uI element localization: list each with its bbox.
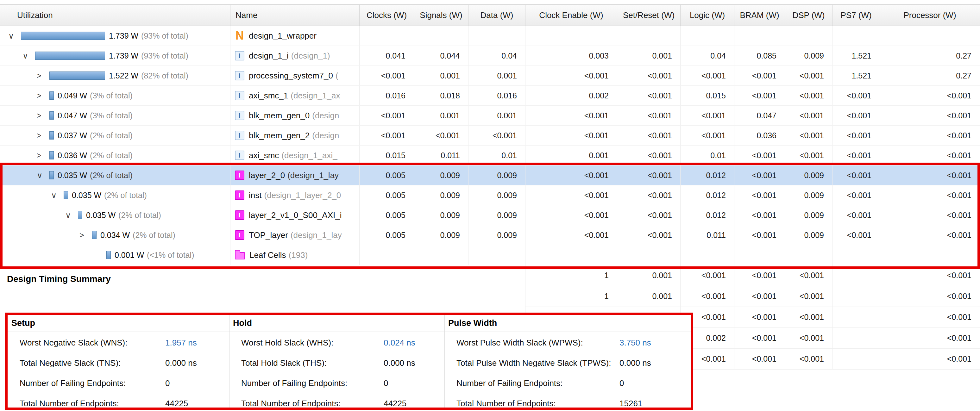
chevron-down-icon[interactable]: ∨ (22, 52, 35, 60)
table-row[interactable]: 0.001 W(<1% of total)Leaf Cells(193) (0, 245, 980, 265)
instance-name: axi_smc_1 (249, 91, 288, 101)
power-value-dsp: <0.001 (785, 86, 832, 105)
chevron-right-icon[interactable]: > (80, 231, 92, 239)
utilization-percent: (3% of total) (90, 91, 133, 100)
timing-metric-row: Worst Hold Slack (WHS):0.024 ns (241, 337, 415, 348)
utilization-cell: ∨0.035 W(2% of total) (0, 205, 231, 225)
power-value-proc: <0.001 (880, 286, 980, 307)
power-value-ce (525, 26, 617, 46)
power-value-signals: 0.001 (414, 66, 468, 86)
utilization-cell: ∨0.035 W(2% of total) (0, 186, 231, 205)
timing-metric-value[interactable]: 1.957 ns (165, 338, 197, 348)
power-value-ce: 0.001 (525, 146, 617, 165)
timing-metric-value: 44225 (383, 399, 406, 408)
power-value-data: 0.009 (468, 186, 525, 205)
column-header-name[interactable]: Name (231, 5, 360, 25)
table-row[interactable]: ∨0.035 W(2% of total)Ilayer_2_v1_0_S00_A… (0, 205, 980, 225)
chevron-down-icon[interactable]: ∨ (8, 32, 21, 40)
timing-metric-label: Total Number of Endpoints: (457, 399, 616, 408)
instance-name: blk_mem_gen_0 (249, 111, 310, 121)
table-row[interactable]: ∨1.739 W(93% of total)Idesign_1_i(design… (0, 46, 980, 66)
utilization-bar (49, 91, 54, 100)
table-row[interactable]: >0.047 W(3% of total)Iblk_mem_gen_0(desi… (0, 106, 980, 125)
instance-module-ref: (design_1_ax (291, 91, 340, 101)
utilization-percent: (2% of total) (133, 231, 175, 240)
power-value-sr: <0.001 (617, 125, 681, 145)
utilization-bar (49, 111, 54, 120)
name-cell: ITOP_layer(design_1_lay (231, 225, 360, 245)
table-row[interactable]: ∨0.035 W(2% of total)Iinst(design_1_laye… (0, 186, 980, 205)
column-header-ps7[interactable]: PS7 (W) (832, 5, 880, 25)
table-row[interactable]: >0.034 W(2% of total)ITOP_layer(design_1… (0, 225, 980, 245)
column-header-ce[interactable]: Clock Enable (W) (525, 5, 617, 25)
utilization-cell: >0.047 W(3% of total) (0, 106, 231, 125)
power-value-bram: 0.036 (734, 125, 785, 145)
instance-name: design_1_i (249, 51, 289, 61)
power-value-logic (681, 245, 734, 265)
instance-name: processing_system7_0 (249, 71, 333, 81)
chevron-right-icon[interactable]: > (37, 112, 49, 120)
name-cell: Leaf Cells(193) (231, 245, 360, 265)
column-header-logic[interactable]: Logic (W) (681, 5, 734, 25)
column-header-sr[interactable]: Set/Reset (W) (617, 5, 681, 25)
utilization-value: 0.001 W (115, 251, 144, 260)
utilization-value: 0.035 W (86, 211, 116, 220)
column-header-bram[interactable]: BRAM (W) (734, 5, 785, 25)
table-row[interactable]: >1.522 W(82% of total)Iprocessing_system… (0, 66, 980, 86)
chevron-right-icon[interactable]: > (37, 152, 49, 159)
power-value-sr: <0.001 (617, 186, 681, 205)
instance-name: Leaf Cells (250, 250, 286, 260)
instance-icon: I (235, 151, 244, 160)
power-value-bram: <0.001 (734, 265, 785, 286)
power-value-ce: <0.001 (525, 225, 617, 245)
timing-metric-value[interactable]: 0.024 ns (383, 338, 415, 348)
utilization-percent: (2% of total) (90, 171, 133, 180)
power-value-ps7 (832, 26, 880, 46)
power-value-ps7: 1.521 (832, 46, 880, 65)
chevron-down-icon[interactable]: ∨ (51, 191, 64, 199)
power-value-dsp: 0.009 (785, 165, 832, 185)
column-header-dsp[interactable]: DSP (W) (785, 5, 832, 25)
chevron-right-icon[interactable]: > (37, 132, 49, 140)
utilization-bar (49, 71, 105, 80)
column-header-signals[interactable]: Signals (W) (414, 5, 468, 25)
power-value-proc (880, 26, 980, 46)
table-row[interactable]: >0.036 W(2% of total)Iaxi_smc(design_1_a… (0, 146, 980, 165)
power-value-ps7: <0.001 (832, 125, 880, 145)
table-row[interactable]: >0.049 W(3% of total)Iaxi_smc_1(design_1… (0, 86, 980, 106)
chevron-right-icon[interactable]: > (37, 92, 49, 100)
column-header-proc[interactable]: Processor (W) (880, 5, 980, 25)
power-value-proc: <0.001 (880, 186, 980, 205)
power-value-logic: <0.001 (681, 125, 734, 145)
chevron-down-icon[interactable]: ∨ (37, 171, 49, 179)
netlist-module-icon: N (235, 31, 244, 41)
timing-metric-label: Total Negative Slack (TNS): (20, 358, 162, 368)
power-value-proc: <0.001 (880, 146, 980, 165)
power-value-sr (617, 245, 681, 265)
table-row: 10.001<0.001<0.001<0.001<0.001 (0, 265, 980, 286)
timing-metric-value[interactable]: 3.750 ns (619, 338, 651, 348)
timing-metric-label: Number of Failing Endpoints: (241, 378, 380, 388)
table-row[interactable]: >0.037 W(2% of total)Iblk_mem_gen_2(desi… (0, 125, 980, 146)
name-cell: Iinst(design_1_layer_2_0 (231, 186, 360, 205)
column-header-data[interactable]: Data (W) (468, 5, 525, 25)
power-value-clocks: 0.015 (360, 146, 414, 165)
utilization-percent: (82% of total) (141, 71, 188, 80)
chevron-down-icon[interactable]: ∨ (65, 211, 78, 219)
column-header-clocks[interactable]: Clocks (W) (360, 5, 414, 25)
timing-metric-label: Worst Hold Slack (WHS): (241, 338, 380, 348)
chevron-right-icon[interactable]: > (37, 72, 49, 80)
power-value-sr: 0.001 (617, 46, 681, 65)
table-row[interactable]: ∨0.035 W(2% of total)Ilayer_2_0(design_1… (0, 165, 980, 186)
leaf-cells-folder-icon (235, 252, 245, 259)
instance-module-ref: (design (312, 131, 339, 140)
power-value-ps7 (832, 307, 880, 328)
utilization-percent: (93% of total) (141, 51, 188, 60)
instance-name: axi_smc (249, 151, 279, 160)
timing-metric-row: Number of Failing Endpoints:0 (20, 378, 170, 389)
power-value-clocks (360, 26, 414, 46)
tree-leaf-spacer (94, 251, 107, 259)
table-row[interactable]: ∨1.739 W(93% of total)Ndesign_1_wrapper (0, 26, 980, 46)
power-value-ce: <0.001 (525, 106, 617, 125)
column-header-util[interactable]: Utilization (0, 5, 231, 25)
